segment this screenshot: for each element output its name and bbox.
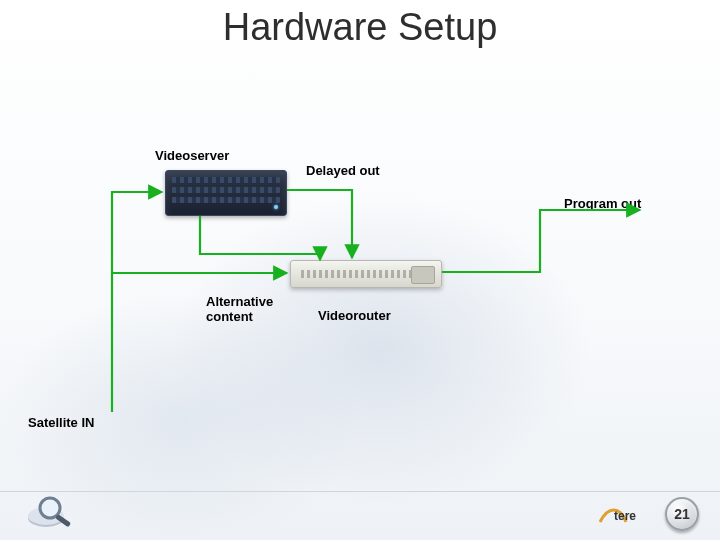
label-delayed-out: Delayed out bbox=[306, 163, 380, 178]
slide: Hardware Setup Videoserver Delayed out P… bbox=[0, 0, 720, 540]
svg-point-2 bbox=[40, 498, 60, 518]
logo-text: tere bbox=[614, 509, 636, 523]
slide-title: Hardware Setup bbox=[0, 6, 720, 49]
label-videorouter: Videorouter bbox=[318, 308, 391, 323]
label-alternative-content: Alternative content bbox=[206, 294, 273, 324]
magnifier-icon bbox=[26, 494, 82, 532]
footer-divider bbox=[0, 491, 720, 492]
videoserver-device-icon bbox=[165, 170, 287, 216]
videorouter-device-icon bbox=[290, 260, 442, 288]
page-number-badge: 21 bbox=[662, 494, 702, 534]
logo-icon: tere bbox=[596, 500, 650, 530]
label-videoserver: Videoserver bbox=[155, 148, 229, 163]
label-program-out: Program out bbox=[564, 196, 641, 211]
page-number: 21 bbox=[665, 497, 699, 531]
label-satellite-in: Satellite IN bbox=[28, 415, 94, 430]
